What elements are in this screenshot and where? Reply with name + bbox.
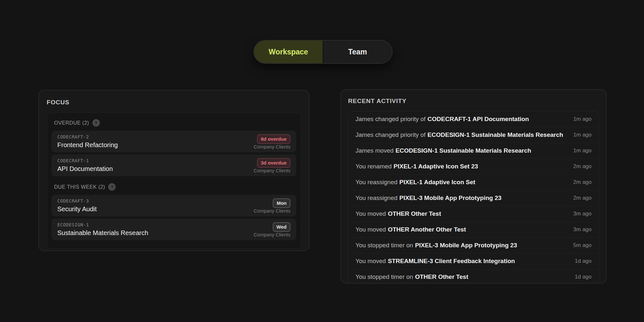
activity-text: James moved ECODESIGN-1 Sustainable Mate… bbox=[355, 147, 531, 154]
recent-activity-title: RECENT ACTIVITY bbox=[348, 98, 599, 105]
task-info: CODECRAFT-3 Security Audit bbox=[57, 198, 97, 213]
activity-timestamp: 3m ago bbox=[573, 211, 592, 217]
activity-target: STREAMLINE-3 Client Feedback Integration bbox=[388, 258, 515, 265]
task-title: API Documentation bbox=[57, 165, 113, 173]
activity-timestamp: 1m ago bbox=[573, 116, 592, 122]
activity-target: ECODESIGN-1 Sustainable Materials Resear… bbox=[428, 131, 563, 138]
task-title: Sustainable Materials Research bbox=[57, 229, 148, 237]
section-label: DUE THIS WEEK (2) bbox=[54, 184, 105, 190]
task-card[interactable]: CODECRAFT-3 Security Audit Mon Company C… bbox=[52, 195, 296, 216]
activity-list: James changed priority of CODECRAFT-1 AP… bbox=[348, 111, 599, 284]
activity-row: You reassigned PIXEL-3 Mobile App Protot… bbox=[348, 190, 599, 206]
section-label: OVERDUE (2) bbox=[54, 120, 89, 126]
activity-action: James moved bbox=[355, 147, 393, 154]
task-meta: Mon Company Clients bbox=[254, 198, 290, 213]
activity-action: You reassigned bbox=[355, 179, 397, 186]
task-info: ECODESIGN-1 Sustainable Materials Resear… bbox=[57, 222, 148, 237]
task-key: ECODESIGN-1 bbox=[57, 222, 148, 227]
activity-row: You stopped timer on OTHER Other Test 1d… bbox=[348, 269, 599, 284]
question-mark-icon[interactable]: ? bbox=[108, 183, 116, 191]
activity-target: ECODESIGN-1 Sustainable Materials Resear… bbox=[395, 147, 531, 154]
workspace-team-toggle: Workspace Team bbox=[253, 40, 393, 64]
activity-action: You moved bbox=[355, 210, 386, 217]
activity-target: OTHER Other Test bbox=[388, 210, 441, 217]
task-card[interactable]: CODECRAFT-2 Frontend Refactoring 8d over… bbox=[52, 131, 296, 152]
activity-text: You moved OTHER Another Other Test bbox=[355, 226, 466, 233]
due-badge: 3d overdue bbox=[257, 158, 290, 168]
toggle-option[interactable]: Team bbox=[323, 41, 392, 63]
focus-section: OVERDUE (2) ? CODECRAFT-2 Frontend Refac… bbox=[52, 119, 296, 176]
due-badge: Wed bbox=[273, 222, 290, 232]
activity-text: You moved STREAMLINE-3 Client Feedback I… bbox=[355, 258, 515, 265]
activity-text: James changed priority of CODECRAFT-1 AP… bbox=[355, 116, 529, 123]
activity-row: James changed priority of CODECRAFT-1 AP… bbox=[348, 111, 599, 127]
activity-text: You stopped timer on OTHER Other Test bbox=[355, 273, 468, 280]
task-info: CODECRAFT-1 API Documentation bbox=[57, 158, 113, 173]
activity-timestamp: 1m ago bbox=[573, 132, 592, 138]
task-key: CODECRAFT-1 bbox=[57, 158, 113, 163]
activity-action: You stopped timer on bbox=[355, 273, 413, 280]
focus-panel: FOCUS OVERDUE (2) ? CODECRAFT-2 bbox=[38, 90, 309, 251]
focus-section: DUE THIS WEEK (2) ? CODECRAFT-3 Security… bbox=[52, 183, 296, 240]
task-title: Security Audit bbox=[57, 205, 97, 213]
question-mark-icon[interactable]: ? bbox=[92, 119, 100, 127]
activity-row: You moved OTHER Other Test 3m ago bbox=[348, 206, 599, 222]
activity-timestamp: 2m ago bbox=[573, 195, 592, 201]
task-key: CODECRAFT-3 bbox=[57, 198, 97, 204]
task-list: CODECRAFT-2 Frontend Refactoring 8d over… bbox=[52, 131, 296, 176]
activity-target: PIXEL-3 Mobile App Prototyping 23 bbox=[399, 194, 501, 202]
activity-row: You stopped timer on PIXEL-3 Mobile App … bbox=[348, 238, 599, 253]
activity-text: You reassigned PIXEL-3 Mobile App Protot… bbox=[355, 194, 501, 202]
toggle-option-label: Workspace bbox=[269, 48, 308, 56]
task-title: Frontend Refactoring bbox=[57, 141, 118, 149]
activity-target: PIXEL-3 Mobile App Prototyping 23 bbox=[415, 242, 517, 249]
toggle-option-label: Team bbox=[348, 48, 367, 56]
activity-text: James changed priority of ECODESIGN-1 Su… bbox=[355, 131, 563, 138]
activity-target: CODECRAFT-1 API Documentation bbox=[428, 116, 529, 123]
activity-target: PIXEL-1 Adaptive Icon Set bbox=[399, 179, 475, 186]
activity-action: You renamed bbox=[355, 163, 392, 170]
focus-panel-title: FOCUS bbox=[47, 99, 301, 106]
toggle-option[interactable]: Workspace bbox=[254, 41, 323, 63]
activity-timestamp: 3m ago bbox=[573, 226, 592, 233]
activity-timestamp: 2m ago bbox=[573, 163, 592, 170]
activity-text: You reassigned PIXEL-1 Adaptive Icon Set bbox=[355, 179, 475, 186]
task-card[interactable]: ECODESIGN-1 Sustainable Materials Resear… bbox=[52, 219, 296, 240]
task-project: Company Clients bbox=[254, 144, 290, 149]
activity-text: You renamed PIXEL-1 Adaptive Icon Set 23 bbox=[355, 163, 478, 170]
activity-action: James changed priority of bbox=[355, 131, 426, 138]
activity-timestamp: 2m ago bbox=[573, 179, 592, 185]
activity-row: James moved ECODESIGN-1 Sustainable Mate… bbox=[348, 143, 599, 159]
task-meta: 8d overdue Company Clients bbox=[254, 134, 290, 149]
task-project: Company Clients bbox=[254, 232, 290, 237]
focus-sections: OVERDUE (2) ? CODECRAFT-2 Frontend Refac… bbox=[47, 112, 301, 249]
activity-action: You stopped timer on bbox=[355, 242, 413, 249]
activity-row: James changed priority of ECODESIGN-1 Su… bbox=[348, 127, 599, 143]
activity-timestamp: 1m ago bbox=[573, 147, 592, 154]
activity-row: You moved STREAMLINE-3 Client Feedback I… bbox=[348, 253, 599, 269]
task-meta: Wed Company Clients bbox=[254, 222, 290, 237]
task-info: CODECRAFT-2 Frontend Refactoring bbox=[57, 134, 118, 149]
section-header: OVERDUE (2) ? bbox=[52, 119, 296, 127]
due-badge: 8d overdue bbox=[257, 134, 290, 144]
activity-row: You reassigned PIXEL-1 Adaptive Icon Set… bbox=[348, 175, 599, 190]
due-badge: Mon bbox=[273, 198, 290, 208]
task-project: Company Clients bbox=[254, 208, 290, 213]
recent-activity-panel: RECENT ACTIVITY James changed priority o… bbox=[340, 89, 607, 284]
activity-text: You stopped timer on PIXEL-3 Mobile App … bbox=[355, 242, 517, 249]
task-meta: 3d overdue Company Clients bbox=[254, 158, 290, 173]
activity-action: You reassigned bbox=[355, 194, 397, 202]
activity-action: You moved bbox=[355, 258, 386, 265]
activity-target: PIXEL-1 Adaptive Icon Set 23 bbox=[393, 163, 478, 170]
activity-timestamp: 1d ago bbox=[575, 274, 592, 280]
activity-target: OTHER Other Test bbox=[415, 273, 468, 280]
activity-target: OTHER Another Other Test bbox=[388, 226, 466, 233]
activity-action: James changed priority of bbox=[355, 116, 426, 123]
task-card[interactable]: CODECRAFT-1 API Documentation 3d overdue… bbox=[52, 155, 296, 176]
activity-action: You moved bbox=[355, 226, 386, 233]
activity-row: You renamed PIXEL-1 Adaptive Icon Set 23… bbox=[348, 159, 599, 175]
task-project: Company Clients bbox=[254, 168, 290, 173]
task-key: CODECRAFT-2 bbox=[57, 134, 118, 139]
activity-text: You moved OTHER Other Test bbox=[355, 210, 441, 217]
activity-timestamp: 1d ago bbox=[575, 258, 592, 264]
